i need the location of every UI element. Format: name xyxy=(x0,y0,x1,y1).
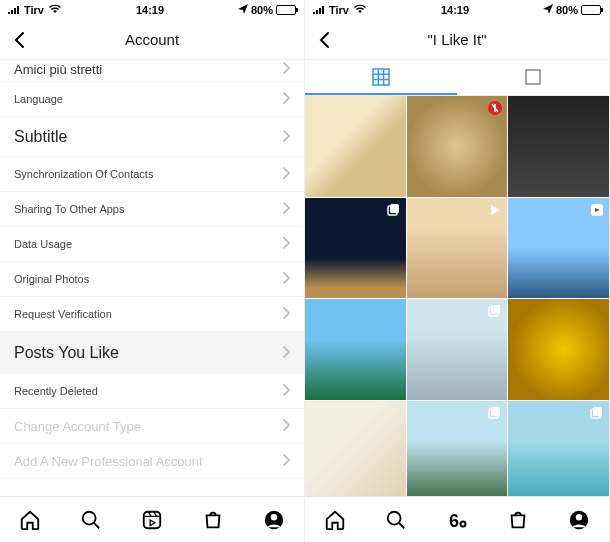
circle-red-icon xyxy=(487,100,503,116)
row-label: Subtitle xyxy=(14,128,67,146)
row-label: Add A New Professional Account xyxy=(14,454,203,469)
tab-bar xyxy=(0,496,304,542)
wifi-icon xyxy=(48,4,62,16)
row-label: Posts You Like xyxy=(14,344,119,362)
row-label: Change Account Type xyxy=(14,419,141,434)
photo-thumbnail[interactable] xyxy=(305,96,406,197)
location-icon xyxy=(543,4,553,16)
signal-icon xyxy=(313,4,325,16)
multi-icon xyxy=(487,303,503,319)
battery-pct: 80% xyxy=(251,4,273,16)
tab-reels[interactable] xyxy=(139,507,165,533)
row-label: Language xyxy=(14,93,63,105)
photo-thumbnail[interactable] xyxy=(407,299,508,400)
settings-row[interactable]: Amici più stretti xyxy=(0,60,304,82)
nav-header: Account xyxy=(0,20,304,60)
account-settings-panel: Tirv 14:19 80% Account Amici più stretti… xyxy=(0,0,305,542)
page-title: "I Like It" xyxy=(427,31,486,48)
photo-thumbnail[interactable] xyxy=(305,299,406,400)
photo-thumbnail[interactable] xyxy=(305,401,406,496)
settings-row[interactable]: Request Verification xyxy=(0,297,304,332)
chevron-right-icon xyxy=(282,344,290,362)
wifi-icon xyxy=(353,4,367,16)
svg-text:6: 6 xyxy=(449,511,459,531)
svg-point-19 xyxy=(575,514,581,520)
tab-home[interactable] xyxy=(322,507,348,533)
clock: 14:19 xyxy=(136,4,164,16)
photo-thumbnail[interactable] xyxy=(508,96,609,197)
multi-icon xyxy=(386,202,402,218)
back-button[interactable] xyxy=(8,28,32,52)
photo-thumbnail[interactable] xyxy=(508,401,609,496)
chevron-right-icon xyxy=(282,384,290,398)
signal-icon xyxy=(8,4,20,16)
tab-profile[interactable] xyxy=(261,507,287,533)
svg-point-17 xyxy=(460,521,465,526)
status-bar: Tirv 14:19 80% xyxy=(305,0,609,20)
photo-thumbnail[interactable] xyxy=(407,401,508,496)
photo-thumbnail[interactable] xyxy=(407,198,508,299)
chevron-right-icon xyxy=(282,62,290,77)
svg-point-0 xyxy=(83,511,96,524)
svg-rect-4 xyxy=(526,70,540,84)
photo-grid[interactable] xyxy=(305,96,609,496)
chevron-right-icon xyxy=(282,419,290,434)
tab-shop[interactable] xyxy=(505,507,531,533)
svg-rect-1 xyxy=(144,511,161,528)
nav-header: "I Like It" xyxy=(305,20,609,60)
tab-bar: 6 xyxy=(305,496,609,542)
multi-icon xyxy=(487,405,503,421)
row-label: Amici più stretti xyxy=(14,62,102,77)
row-label: Data Usage xyxy=(14,238,72,250)
settings-row[interactable]: Original Photos xyxy=(0,262,304,297)
status-bar: Tirv 14:19 80% xyxy=(0,0,304,20)
settings-row[interactable]: Change Account Type xyxy=(0,409,304,444)
tab-reels[interactable]: 6 xyxy=(444,507,470,533)
back-button[interactable] xyxy=(313,28,337,52)
chevron-right-icon xyxy=(282,202,290,216)
row-label: Synchronization Of Contacts xyxy=(14,168,153,180)
svg-point-3 xyxy=(270,514,276,520)
chevron-right-icon xyxy=(282,237,290,251)
multi-icon xyxy=(589,405,605,421)
chevron-right-icon xyxy=(282,307,290,321)
chevron-right-icon xyxy=(282,92,290,106)
page-title: Account xyxy=(125,31,179,48)
row-label: Sharing To Other Apps xyxy=(14,203,124,215)
settings-row[interactable]: Recently Deleted xyxy=(0,374,304,409)
settings-row[interactable]: Add A New Professional Account xyxy=(0,444,304,479)
row-label: Request Verification xyxy=(14,308,112,320)
photo-thumbnail[interactable] xyxy=(407,96,508,197)
photo-thumbnail[interactable] xyxy=(508,299,609,400)
tab-profile[interactable] xyxy=(566,507,592,533)
grid-view-tab[interactable] xyxy=(305,60,457,95)
settings-row[interactable]: Sharing To Other Apps xyxy=(0,192,304,227)
battery-icon xyxy=(581,5,601,15)
location-icon xyxy=(238,4,248,16)
clock: 14:19 xyxy=(441,4,469,16)
battery-pct: 80% xyxy=(556,4,578,16)
settings-row[interactable]: Language xyxy=(0,82,304,117)
carrier-label: Tirv xyxy=(24,4,44,16)
tab-shop[interactable] xyxy=(200,507,226,533)
reel-icon xyxy=(589,202,605,218)
chevron-right-icon xyxy=(282,454,290,469)
row-label: Original Photos xyxy=(14,273,89,285)
tab-search[interactable] xyxy=(78,507,104,533)
settings-row[interactable]: Data Usage xyxy=(0,227,304,262)
liked-posts-panel: Tirv 14:19 80% "I Like It" xyxy=(305,0,610,542)
settings-row[interactable]: Synchronization Of Contacts xyxy=(0,157,304,192)
video-icon xyxy=(487,202,503,218)
chevron-right-icon xyxy=(282,272,290,286)
photo-thumbnail[interactable] xyxy=(305,198,406,299)
tab-home[interactable] xyxy=(17,507,43,533)
battery-icon xyxy=(276,5,296,15)
settings-row[interactable]: Subtitle xyxy=(0,117,304,157)
view-tabs xyxy=(305,60,609,96)
tab-search[interactable] xyxy=(383,507,409,533)
settings-list[interactable]: Amici più strettiLanguageSubtitleSynchro… xyxy=(0,60,304,496)
settings-row[interactable]: Posts You Like xyxy=(0,332,304,374)
feed-view-tab[interactable] xyxy=(457,60,609,95)
photo-thumbnail[interactable] xyxy=(508,198,609,299)
carrier-label: Tirv xyxy=(329,4,349,16)
